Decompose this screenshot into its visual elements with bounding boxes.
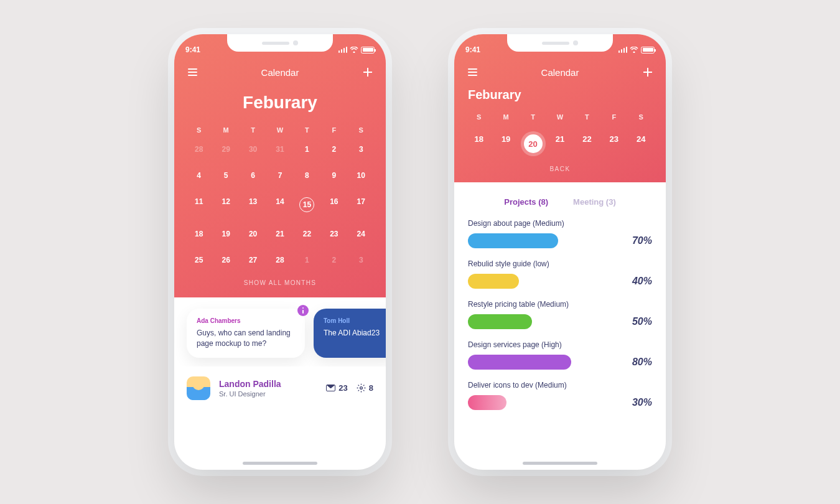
progress-percent: 80% xyxy=(632,357,652,368)
calendar-day[interactable]: 19 xyxy=(212,221,239,247)
calendar-day[interactable]: 29 xyxy=(212,136,239,162)
calendar-day[interactable]: 6 xyxy=(240,162,266,189)
week-day[interactable]: 19 xyxy=(492,131,519,157)
calendar-day[interactable]: 1 xyxy=(294,136,320,162)
calendar-day[interactable]: 27 xyxy=(240,247,266,273)
project-item[interactable]: Restyle pricing table (Medium)50% xyxy=(468,300,652,329)
project-title: Design about page (Medium) xyxy=(468,219,652,228)
menu-icon[interactable] xyxy=(465,65,479,79)
calendar-day[interactable]: 17 xyxy=(348,189,375,221)
week-day[interactable]: 20 xyxy=(520,131,546,157)
calendar-day[interactable]: 5 xyxy=(212,162,239,189)
calendar-day[interactable]: 31 xyxy=(266,136,293,162)
calendar-day[interactable]: 20 xyxy=(240,221,266,247)
project-list[interactable]: Design about page (Medium)70%Rebulid sty… xyxy=(454,217,666,410)
calendar-grid: 2829303112345678910111213141516171819202… xyxy=(185,136,375,273)
signal-icon xyxy=(618,47,628,53)
info-badge-icon[interactable] xyxy=(297,305,309,316)
tab-meeting[interactable]: Meeting (3) xyxy=(573,197,616,207)
messages-row[interactable]: Ada ChambersGuys, who can send landing p… xyxy=(174,297,386,366)
progress-percent: 70% xyxy=(632,235,652,246)
calendar-day[interactable]: 26 xyxy=(212,247,239,273)
project-item[interactable]: Design about page (Medium)70% xyxy=(468,219,652,248)
dow-label: F xyxy=(600,111,627,123)
project-item[interactable]: Design services page (High)80% xyxy=(468,340,652,370)
message-card[interactable]: Ada ChambersGuys, who can send landing p… xyxy=(187,309,305,358)
message-card[interactable]: Tom HollThe ADI Abiad23 xyxy=(314,309,386,358)
add-icon[interactable] xyxy=(361,65,375,79)
dow-label: W xyxy=(546,111,573,123)
home-indicator[interactable] xyxy=(523,462,597,465)
profile-role: Sr. UI Designer xyxy=(219,390,317,398)
dow-label: S xyxy=(628,111,655,123)
calendar-day[interactable]: 23 xyxy=(320,221,347,247)
calendar-day[interactable]: 8 xyxy=(294,162,320,189)
week-day[interactable]: 21 xyxy=(546,131,573,157)
calendar-day[interactable]: 13 xyxy=(240,189,266,221)
calendar-day[interactable]: 1 xyxy=(294,247,320,273)
mail-count: 23 xyxy=(338,383,347,393)
dow-label: M xyxy=(492,111,519,123)
calendar-day[interactable]: 30 xyxy=(240,136,266,162)
progress-bar xyxy=(468,274,519,289)
message-text: Guys, who can send landing page mockup t… xyxy=(197,328,295,349)
project-item[interactable]: Rebulid style guide (low)40% xyxy=(468,259,652,289)
calendar-day[interactable]: 24 xyxy=(348,221,375,247)
svg-point-0 xyxy=(360,387,362,390)
menu-icon[interactable] xyxy=(185,65,199,79)
tab-projects[interactable]: Projects (8) xyxy=(504,197,548,207)
calendar-day[interactable]: 3 xyxy=(348,247,375,273)
avatar[interactable] xyxy=(187,376,210,400)
phone-month-view: 9:41 Calendar Feburary SMTWTFS 282930311… xyxy=(174,34,386,470)
calendar-day[interactable]: 21 xyxy=(266,221,293,247)
show-all-months-button[interactable]: SHOW ALL MONTHS xyxy=(185,273,375,297)
calendar-day[interactable]: 14 xyxy=(266,189,293,221)
calendar-day[interactable]: 2 xyxy=(320,136,347,162)
dow-label: T xyxy=(520,111,546,123)
day-of-week-row: SMTWTFS xyxy=(185,124,375,136)
calendar-day[interactable]: 18 xyxy=(185,221,212,247)
calendar-day[interactable]: 11 xyxy=(185,189,212,221)
week-day[interactable]: 23 xyxy=(600,131,627,157)
mail-icon xyxy=(326,385,335,391)
profile-info: Landon Padilla Sr. UI Designer xyxy=(219,379,317,398)
project-title: Rebulid style guide (low) xyxy=(468,259,652,268)
back-button[interactable]: BACK xyxy=(465,166,655,182)
dow-label: W xyxy=(266,124,293,136)
mail-stat[interactable]: 23 xyxy=(326,383,347,393)
calendar-day[interactable]: 22 xyxy=(294,221,320,247)
status-icons xyxy=(338,47,375,54)
home-indicator[interactable] xyxy=(243,462,317,465)
calendar-day[interactable]: 28 xyxy=(185,136,212,162)
calendar-day[interactable]: 12 xyxy=(212,189,239,221)
month-title: Feburary xyxy=(468,88,655,102)
dow-label: T xyxy=(574,111,600,123)
calendar-day[interactable]: 4 xyxy=(185,162,212,189)
message-sender: Ada Chambers xyxy=(197,317,295,324)
status-icons xyxy=(618,47,655,54)
calendar-day[interactable]: 25 xyxy=(185,247,212,273)
calendar-day[interactable]: 2 xyxy=(320,247,347,273)
calendar-day[interactable]: 10 xyxy=(348,162,375,189)
calendar-day[interactable]: 3 xyxy=(348,136,375,162)
project-title: Design services page (High) xyxy=(468,340,652,349)
dow-label: S xyxy=(465,111,492,123)
calendar-day[interactable]: 15 xyxy=(294,189,320,221)
settings-count: 8 xyxy=(369,383,373,393)
gear-icon xyxy=(357,383,366,393)
calendar-day[interactable]: 7 xyxy=(266,162,293,189)
add-icon[interactable] xyxy=(641,65,655,79)
week-day[interactable]: 18 xyxy=(465,131,492,157)
message-sender: Tom Holl xyxy=(324,317,386,324)
calendar-day[interactable]: 28 xyxy=(266,247,293,273)
project-item[interactable]: Deliver icons to dev (Medium)30% xyxy=(468,381,652,410)
week-day[interactable]: 24 xyxy=(628,131,655,157)
calendar-day[interactable]: 9 xyxy=(320,162,347,189)
progress-bar xyxy=(468,233,558,248)
calendar-day[interactable]: 16 xyxy=(320,189,347,221)
week-day[interactable]: 22 xyxy=(574,131,600,157)
settings-stat[interactable]: 8 xyxy=(357,383,373,393)
notch xyxy=(227,34,333,52)
progress-bar xyxy=(468,395,506,410)
day-of-week-row: SMTWTFS xyxy=(465,111,655,123)
